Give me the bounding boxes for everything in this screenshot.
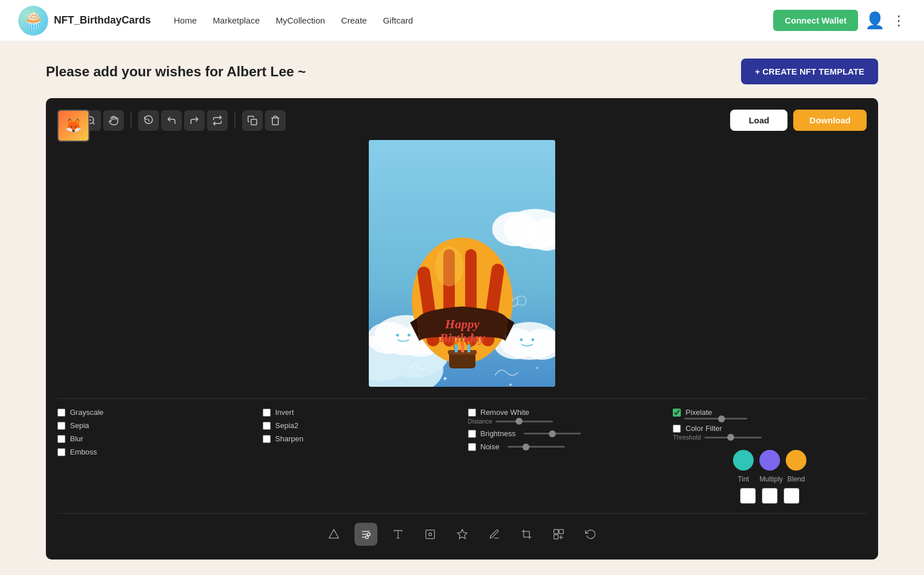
delete-button[interactable] xyxy=(265,110,286,131)
create-nft-button[interactable]: + CREATE NFT TEMPLATE xyxy=(741,59,878,84)
logo-image: 🧁 xyxy=(18,6,48,36)
svg-rect-33 xyxy=(449,352,475,368)
toolbar-left xyxy=(57,110,286,131)
nav-marketplace[interactable]: Marketplace xyxy=(213,15,260,25)
nav-giftcard[interactable]: Giftcard xyxy=(383,15,414,25)
editor-toolbar-top: Load Download xyxy=(57,110,867,131)
remove-white-checkbox[interactable] xyxy=(468,409,476,417)
undo-button[interactable] xyxy=(161,110,182,131)
draw-tool-button[interactable] xyxy=(483,523,506,546)
connect-wallet-button[interactable]: Connect Wallet xyxy=(773,10,858,31)
noise-checkbox[interactable] xyxy=(468,443,476,451)
brightness-slider[interactable] xyxy=(524,433,581,434)
svg-rect-39 xyxy=(461,344,464,352)
svg-point-23 xyxy=(520,339,523,341)
sharpen-checkbox[interactable] xyxy=(263,435,271,443)
multiply-color-swatch[interactable] xyxy=(759,450,780,471)
color-label-row: Tint Multiply Blend xyxy=(733,475,806,483)
filter-col-4: Pixelate Color Filter Threshold xyxy=(673,408,867,504)
filter-grayscale: Grayscale xyxy=(57,408,251,417)
emboss-label: Emboss xyxy=(70,448,97,456)
distance-slider[interactable] xyxy=(496,421,553,422)
color-swatch-row xyxy=(733,450,806,471)
editor-toolbar-bottom xyxy=(57,513,867,548)
navbar: 🧁 NFT_BirthdayCards Home Marketplace MyC… xyxy=(0,0,924,41)
load-button[interactable]: Load xyxy=(730,110,787,131)
color-filter-label: Color Filter xyxy=(685,424,722,433)
small-swatch-2[interactable] xyxy=(762,488,778,504)
filter-remove-white: Remove White Distance xyxy=(468,408,662,425)
invert-label: Invert xyxy=(275,408,294,417)
toolbar-right: Load Download xyxy=(730,110,867,131)
remove-white-label: Remove White xyxy=(481,408,529,417)
grayscale-checkbox[interactable] xyxy=(57,409,65,417)
thumbnail-image: 🦊 xyxy=(59,111,88,141)
filters-tool-button[interactable] xyxy=(354,523,377,546)
nav-mycollection[interactable]: MyCollection xyxy=(276,15,325,25)
svg-point-51 xyxy=(367,533,370,536)
sepia2-checkbox[interactable] xyxy=(263,422,271,430)
svg-text:✦: ✦ xyxy=(442,375,448,383)
blend-color-swatch[interactable] xyxy=(786,450,806,471)
rotate-tool-button[interactable] xyxy=(579,523,602,546)
text-tool-button[interactable] xyxy=(387,523,410,546)
svg-rect-58 xyxy=(524,531,529,537)
canvas-wrapper[interactable]: Happy Birthday xyxy=(369,140,555,387)
filter-controls: Grayscale Sepia Blur Emboss xyxy=(57,398,867,513)
svg-rect-61 xyxy=(553,535,558,539)
redo-button[interactable] xyxy=(184,110,205,131)
filter-noise: Noise xyxy=(468,442,662,451)
tint-color-swatch[interactable] xyxy=(733,450,754,471)
account-icon[interactable]: 👤 xyxy=(865,11,885,30)
nav-home[interactable]: Home xyxy=(174,15,197,25)
flip-button[interactable] xyxy=(207,110,228,131)
multiply-label: Multiply xyxy=(759,475,780,483)
color-filter-checkbox[interactable] xyxy=(673,425,681,433)
small-swatch-1[interactable] xyxy=(740,488,756,504)
filter-sharpen: Sharpen xyxy=(263,434,457,443)
svg-text:✦: ✦ xyxy=(508,382,513,387)
noise-slider[interactable] xyxy=(508,446,565,448)
filter-brightness: Brightness xyxy=(468,429,662,438)
frame-tool-button[interactable] xyxy=(419,523,442,546)
crop-tool-button[interactable] xyxy=(515,523,538,546)
editor-area: 🦊 xyxy=(46,98,878,560)
shapes-tool-button[interactable] xyxy=(322,523,345,546)
emboss-checkbox[interactable] xyxy=(57,448,65,456)
brightness-checkbox[interactable] xyxy=(468,430,476,438)
download-button[interactable]: Download xyxy=(793,110,867,131)
pixelate-checkbox[interactable] xyxy=(673,409,681,417)
history-button[interactable] xyxy=(138,110,159,131)
more-options-icon[interactable]: ⋮ xyxy=(892,13,906,29)
filter-sepia: Sepia xyxy=(57,421,251,430)
star-tool-button[interactable] xyxy=(451,523,474,546)
svg-marker-57 xyxy=(457,530,467,539)
filter-col-1: Grayscale Sepia Blur Emboss xyxy=(57,408,251,504)
brightness-label: Brightness xyxy=(481,429,516,438)
blur-checkbox[interactable] xyxy=(57,435,65,443)
app-name: NFT_BirthdayCards xyxy=(54,14,151,26)
filter-blur: Blur xyxy=(57,434,251,443)
svg-rect-55 xyxy=(426,530,434,539)
svg-rect-7 xyxy=(251,119,257,125)
pixelate-slider[interactable] xyxy=(684,418,747,419)
nav-logo[interactable]: 🧁 NFT_BirthdayCards xyxy=(18,6,151,36)
svg-rect-59 xyxy=(553,530,558,534)
svg-point-42 xyxy=(461,341,464,345)
nav-links: Home Marketplace MyCollection Create Gif… xyxy=(174,15,413,25)
hand-tool-button[interactable] xyxy=(103,110,124,131)
small-swatch-3[interactable] xyxy=(783,488,800,504)
distance-label: Distance xyxy=(468,418,493,425)
invert-checkbox[interactable] xyxy=(263,409,271,417)
copy-button[interactable] xyxy=(242,110,263,131)
nav-create[interactable]: Create xyxy=(341,15,367,25)
tint-label: Tint xyxy=(733,475,754,483)
svg-point-43 xyxy=(467,341,470,345)
sharpen-label: Sharpen xyxy=(275,434,303,443)
toolbar-separator-1 xyxy=(131,112,131,129)
toolbar-separator-2 xyxy=(235,112,235,129)
sepia-checkbox[interactable] xyxy=(57,422,65,430)
svg-rect-60 xyxy=(559,530,563,534)
threshold-slider[interactable] xyxy=(704,437,762,438)
transform-tool-button[interactable] xyxy=(547,523,570,546)
